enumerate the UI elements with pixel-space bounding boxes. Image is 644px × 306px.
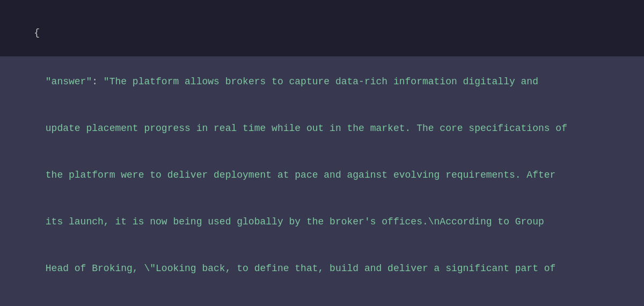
open-brace: {	[34, 27, 40, 38]
value-line-2: update placement progress in real time w…	[11, 105, 633, 152]
value-line-3: the platform were to deliver deployment …	[11, 152, 633, 199]
answer-line: "answer": "The platform allows brokers t…	[11, 59, 633, 105]
value-line-5: Head of Broking, \"Looking back, to defi…	[11, 245, 633, 292]
key-answer: "answer"	[46, 76, 92, 87]
value-line-1: "The platform allows brokers to capture …	[104, 76, 538, 87]
colon: :	[92, 76, 104, 87]
value-line-6: that, in seven months, is an extraordina…	[11, 292, 633, 306]
value-line-4: its launch, it is now being used globall…	[11, 199, 633, 245]
open-brace-line: {	[11, 10, 633, 56]
code-viewer: { "answer": "The platform allows brokers…	[0, 0, 644, 306]
